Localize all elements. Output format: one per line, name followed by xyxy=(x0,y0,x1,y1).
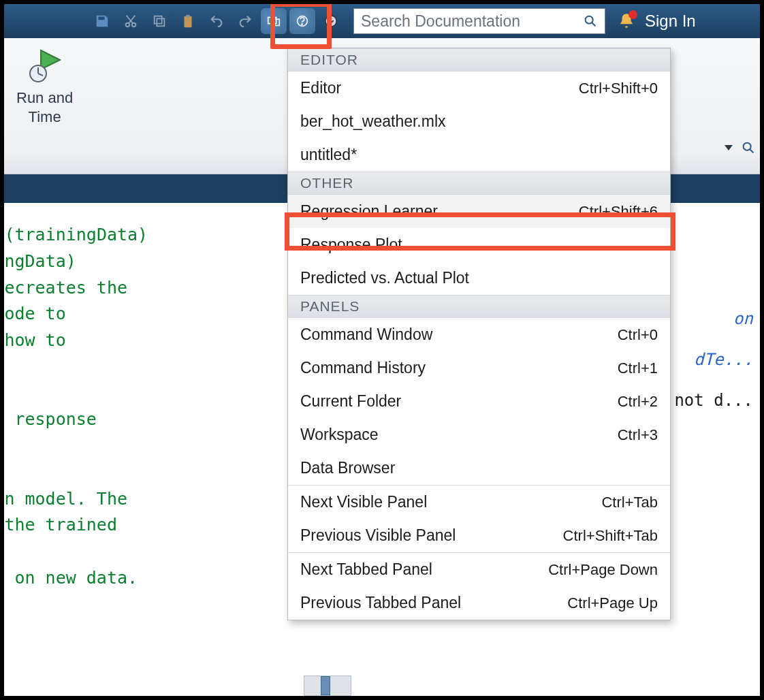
cut-icon[interactable] xyxy=(118,8,144,34)
svg-point-10 xyxy=(325,16,337,27)
menu-item-command-history[interactable]: Command History Ctrl+1 xyxy=(288,351,670,385)
svg-point-1 xyxy=(132,23,136,27)
search-input[interactable] xyxy=(361,12,583,31)
ribbon-search-icon[interactable] xyxy=(741,140,756,155)
svg-point-16 xyxy=(744,143,751,150)
menu-item-data-browser[interactable]: Data Browser xyxy=(288,451,670,485)
svg-rect-4 xyxy=(185,16,192,27)
menu-item-file-2[interactable]: untitled* xyxy=(288,138,670,172)
notifications-bell[interactable] xyxy=(618,12,635,30)
svg-point-11 xyxy=(586,16,593,24)
svg-point-0 xyxy=(126,23,130,27)
menu-item-regression-learner[interactable]: Regression Learner Ctrl+Shift+6 xyxy=(288,195,670,228)
svg-marker-12 xyxy=(41,50,60,69)
svg-rect-2 xyxy=(157,18,164,26)
search-icon[interactable] xyxy=(583,14,598,29)
menu-section-editor: EDITOR xyxy=(288,48,670,71)
horizontal-scrollbar[interactable] xyxy=(304,675,351,696)
menu-section-other: OTHER xyxy=(288,172,670,195)
menu-section-panels: PANELS xyxy=(288,295,670,318)
svg-rect-5 xyxy=(186,15,190,18)
workspace-hint-3: not d... xyxy=(674,380,753,421)
workspace-hint-2: dTe... xyxy=(674,339,753,380)
menu-item-previous-visible-panel[interactable]: Previous Visible Panel Ctrl+Shift+Tab xyxy=(288,519,670,552)
paste-icon[interactable] xyxy=(175,8,201,34)
help-icon[interactable] xyxy=(289,8,315,34)
workspace-hint-1: on xyxy=(674,298,753,339)
menu-item-previous-tabbed-panel[interactable]: Previous Tabbed Panel Ctrl+Page Up xyxy=(288,586,670,620)
run-and-time-icon xyxy=(26,46,64,84)
undo-icon[interactable] xyxy=(204,8,229,34)
menu-item-next-tabbed-panel[interactable]: Next Tabbed Panel Ctrl+Page Down xyxy=(288,552,670,586)
save-icon[interactable] xyxy=(89,8,115,34)
toolbar-dropdown-icon[interactable] xyxy=(318,8,344,34)
menu-item-editor[interactable]: Editor Ctrl+Shift+0 xyxy=(288,71,670,105)
menu-item-file-1[interactable]: ber_hot_weather.mlx xyxy=(288,105,670,138)
menu-item-next-visible-panel[interactable]: Next Visible Panel Ctrl+Tab xyxy=(288,485,670,519)
menu-item-workspace[interactable]: Workspace Ctrl+3 xyxy=(288,418,670,451)
notification-dot xyxy=(628,10,637,19)
run-and-time-label-2: Time xyxy=(16,108,73,127)
copy-icon[interactable] xyxy=(146,8,172,34)
menu-item-current-folder[interactable]: Current Folder Ctrl+2 xyxy=(288,385,670,418)
quick-access-toolbar: Sign In xyxy=(4,4,760,38)
menu-item-predicted-vs-actual[interactable]: Predicted vs. Actual Plot xyxy=(288,261,670,295)
run-and-time-label-1: Run and xyxy=(16,89,73,108)
switch-windows-menu: EDITOR Editor Ctrl+Shift+0 ber_hot_weath… xyxy=(287,48,671,620)
menu-item-response-plot[interactable]: Response Plot xyxy=(288,228,670,261)
run-and-time-button[interactable]: Run and Time xyxy=(4,45,85,126)
scrollbar-thumb[interactable] xyxy=(321,676,330,695)
svg-rect-3 xyxy=(155,16,162,24)
search-documentation-box[interactable] xyxy=(353,8,605,34)
sign-in-link[interactable]: Sign In xyxy=(645,12,696,31)
workspace-peek: on dTe... not d... xyxy=(674,298,753,421)
redo-icon[interactable] xyxy=(232,8,258,34)
svg-rect-6 xyxy=(268,18,276,24)
ribbon-collapse-caret[interactable] xyxy=(725,145,733,150)
svg-point-9 xyxy=(302,24,302,25)
menu-item-command-window[interactable]: Command Window Ctrl+0 xyxy=(288,318,670,351)
switch-windows-button[interactable] xyxy=(261,8,287,34)
svg-rect-7 xyxy=(271,19,279,25)
